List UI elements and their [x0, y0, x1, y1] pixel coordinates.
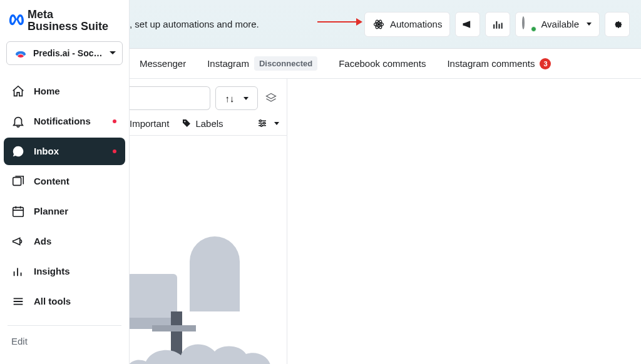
calendar-icon	[11, 205, 25, 218]
announce-button[interactable]	[455, 12, 480, 37]
account-avatar-icon	[13, 46, 28, 61]
barchart-icon	[11, 265, 25, 278]
account-selector[interactable]: Predis.ai - Social ...	[6, 41, 123, 65]
sort-button[interactable]: ↑↓	[215, 86, 258, 110]
sidebar-item-label: Home	[34, 86, 60, 96]
stack-icon	[265, 92, 277, 104]
status-selector[interactable]: Available	[515, 12, 600, 37]
chevron-down-icon	[110, 51, 116, 54]
sidebar-item-label: Notifications	[34, 116, 91, 126]
topbar: , set up automations and more. Automatio…	[130, 0, 641, 49]
sidebar-item-inbox[interactable]: Inbox	[4, 138, 125, 165]
tab-instagram[interactable]: Instagram Disconnected	[207, 56, 317, 71]
topbar-description: , set up automations and more.	[130, 19, 259, 29]
megaphone-icon	[11, 235, 25, 248]
chevron-down-icon	[587, 23, 592, 26]
sidebar-item-label: Planner	[34, 206, 68, 216]
tab-fb-comments[interactable]: Facebook comments	[339, 58, 426, 69]
sidebar-item-planner[interactable]: Planner	[4, 198, 125, 225]
account-name: Predis.ai - Social ...	[33, 48, 103, 58]
megaphone-icon	[461, 18, 474, 31]
meta-logo-icon	[8, 13, 24, 29]
sidebar-item-ads[interactable]: Ads	[4, 228, 125, 255]
chevron-down-icon	[244, 97, 249, 100]
tab-label: Messenger	[140, 58, 186, 69]
svg-point-2	[377, 23, 379, 25]
filter-label: Labels	[195, 118, 223, 129]
tab-label: Instagram	[207, 58, 249, 69]
search-input[interactable]	[130, 86, 210, 110]
conversation-list-pane: ↑↓ Important Labels	[130, 79, 287, 364]
insights-button[interactable]	[485, 12, 510, 37]
svg-rect-1	[13, 207, 24, 216]
filter-labels[interactable]: Labels	[182, 118, 223, 129]
sidebar-item-insights[interactable]: Insights	[4, 258, 125, 285]
sidebar-item-label: All tools	[34, 296, 71, 306]
filter-label: Important	[130, 118, 169, 129]
chevron-down-icon	[274, 122, 279, 125]
svg-point-9	[260, 124, 262, 126]
filter-important[interactable]: Important	[130, 118, 169, 129]
divider	[8, 325, 121, 326]
atom-icon	[372, 18, 385, 31]
svg-rect-12	[171, 311, 182, 355]
content-icon	[11, 174, 25, 188]
sliders-icon	[257, 118, 268, 129]
annotation-arrow-icon	[317, 21, 361, 23]
sidebar-item-label: Ads	[34, 236, 51, 246]
brand-logo: Meta Business Suite	[0, 0, 129, 38]
list-toolbar: ↑↓	[130, 79, 287, 115]
brand-name: Meta Business Suite	[28, 9, 108, 33]
tab-ig-comments[interactable]: Instagram comments 3	[447, 58, 551, 69]
home-icon	[11, 84, 25, 98]
sidebar-item-label: Insights	[34, 266, 70, 276]
tab-messenger[interactable]: Messenger	[140, 58, 186, 69]
brand-line2: Business Suite	[28, 20, 108, 33]
svg-point-7	[260, 120, 262, 122]
automations-button[interactable]: Automations	[364, 12, 450, 37]
tab-label: Instagram comments	[447, 58, 535, 69]
tab-label: Facebook comments	[339, 58, 426, 69]
list-filters: Important Labels	[130, 115, 287, 136]
inbox-content: ↑↓ Important Labels	[130, 79, 641, 364]
status-label: Available	[541, 19, 579, 29]
barchart-icon	[491, 18, 504, 31]
svg-rect-10	[130, 274, 177, 327]
sidebar-item-content[interactable]: Content	[4, 168, 125, 195]
view-toggle-button[interactable]	[263, 90, 279, 106]
brand-line1: Meta	[28, 8, 53, 21]
sidebar-item-alltools[interactable]: All tools	[4, 288, 125, 315]
svg-point-6	[185, 121, 186, 122]
sidebar-nav: Home Notifications Inbox Content Planner	[0, 74, 129, 319]
menu-icon	[11, 295, 25, 308]
count-badge: 3	[540, 58, 551, 69]
unread-dot-icon	[113, 149, 116, 153]
sort-icon: ↑↓	[225, 93, 235, 104]
svg-rect-11	[130, 318, 177, 329]
conversation-detail-pane	[287, 79, 641, 364]
svg-rect-0	[13, 177, 21, 185]
main-area: , set up automations and more. Automatio…	[130, 0, 641, 364]
sidebar-item-notifications[interactable]: Notifications	[4, 108, 125, 135]
sidebar-item-label: Inbox	[34, 146, 59, 156]
automations-label: Automations	[390, 19, 442, 29]
svg-rect-13	[152, 325, 196, 331]
gear-icon	[611, 18, 623, 31]
bell-icon	[11, 114, 25, 128]
status-indicator-icon	[522, 18, 536, 31]
sidebar-item-home[interactable]: Home	[4, 78, 125, 105]
sidebar-item-label: Content	[34, 176, 69, 186]
empty-mailbox-illustration	[130, 230, 287, 364]
chat-icon	[11, 144, 25, 158]
tag-icon	[182, 118, 192, 128]
more-filters-button[interactable]	[257, 118, 279, 129]
disconnected-badge: Disconnected	[254, 56, 317, 71]
settings-button[interactable]	[605, 12, 630, 37]
edit-link[interactable]: Edit	[0, 330, 129, 353]
channel-tabs: Messenger Instagram Disconnected Faceboo…	[130, 49, 641, 79]
svg-point-8	[264, 123, 265, 124]
unread-dot-icon	[113, 119, 116, 123]
sidebar: Meta Business Suite Predis.ai - Social .…	[0, 0, 130, 364]
